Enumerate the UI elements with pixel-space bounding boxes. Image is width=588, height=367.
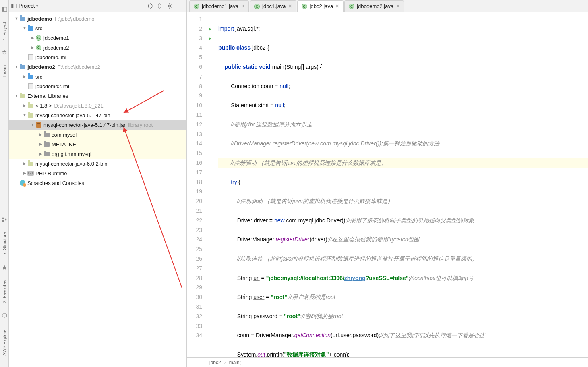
close-icon[interactable]: ✕: [396, 4, 400, 9]
aws-tool-icon[interactable]: [2, 313, 7, 318]
tree-module-jdbcdemo[interactable]: ▼jdbcdemoF:\jdbc\jdbcdemo: [9, 14, 186, 23]
project-tool-icon[interactable]: [2, 6, 7, 12]
code-content[interactable]: import java.sql.*; public class jdbc2 { …: [214, 12, 588, 357]
tree-file-iml2[interactable]: jdbcdemo2.iml: [9, 81, 186, 91]
breadcrumb-class[interactable]: jdbc2: [209, 360, 221, 365]
tree-pkg-metainf[interactable]: ▶META-INF: [9, 139, 186, 149]
gear-icon[interactable]: [166, 3, 173, 9]
tree-lib-mysql5[interactable]: ▼mysql-connector-java-5.1.47-bin: [9, 110, 186, 120]
structure-tool-icon[interactable]: [2, 217, 7, 222]
tab-jdbc1[interactable]: jdbc1.java✕: [250, 0, 296, 12]
close-icon[interactable]: ✕: [335, 4, 339, 9]
left-tool-strip: 1: Project Learn 7: Structure 2: Favorit…: [0, 0, 9, 367]
line-number-gutter: 1234567891011121314151617181920212223242…: [187, 12, 206, 357]
tree-php-runtime[interactable]: ▶PHP Runtime: [9, 168, 186, 178]
project-header-icon: [11, 3, 17, 9]
svg-rect-4: [5, 219, 6, 220]
tree-folder-src[interactable]: ▼src: [9, 23, 186, 33]
favorites-tool-icon[interactable]: [2, 265, 7, 270]
project-tree[interactable]: ▼jdbcdemoF:\jdbc\jdbcdemo ▼src ▶jdbcdemo…: [9, 12, 186, 367]
locate-icon[interactable]: [147, 3, 153, 9]
structure-tool-label[interactable]: 7: Structure: [2, 232, 7, 255]
expand-all-icon[interactable]: [157, 3, 163, 9]
chevron-right-icon: ›: [224, 360, 226, 365]
project-panel-header: Project ▾: [9, 0, 186, 12]
tree-lib-mysql6[interactable]: ▶mysql-connector-java-6.0.2-bin: [9, 159, 186, 168]
svg-rect-6: [12, 4, 13, 8]
code-editor[interactable]: 1234567891011121314151617181920212223242…: [187, 12, 588, 357]
tree-class-jdbcdemo1[interactable]: ▶jdbcdemo1: [9, 33, 186, 43]
close-icon[interactable]: ✕: [288, 4, 292, 9]
svg-point-7: [148, 4, 152, 8]
learn-tool-label[interactable]: Learn: [2, 65, 7, 77]
tree-file-iml[interactable]: jdbcdemo.iml: [9, 52, 186, 62]
tree-scratches[interactable]: Scratches and Consoles: [9, 178, 186, 188]
tab-jdbc2[interactable]: jdbc2.java✕: [297, 0, 344, 12]
close-icon[interactable]: ✕: [241, 4, 244, 9]
tree-pkg-commysql[interactable]: ▶com.mysql: [9, 130, 186, 139]
project-tool-label[interactable]: 1: Project: [2, 22, 7, 40]
gutter-icons: ▶▶: [206, 12, 214, 357]
editor-tabs: jdbcdemo1.java✕ jdbc1.java✕ jdbc2.java✕ …: [187, 0, 588, 12]
run-class-icon[interactable]: ▶: [206, 24, 214, 34]
tree-pkg-orggjtmmmysql[interactable]: ▶org.gjt.mm.mysql: [9, 149, 186, 159]
hide-panel-icon[interactable]: [176, 3, 182, 9]
svg-rect-3: [2, 220, 4, 222]
tree-jdk[interactable]: ▶< 1.8 >D:\Java\jdk1.8.0_221: [9, 101, 186, 110]
svg-rect-2: [2, 218, 4, 219]
favorites-tool-label[interactable]: 2: Favorites: [2, 280, 7, 303]
aws-tool-label[interactable]: AWS Explorer: [2, 328, 7, 356]
svg-rect-1: [2, 7, 3, 12]
tab-jdbcdemo1[interactable]: jdbcdemo1.java✕: [189, 0, 249, 12]
project-view-chevron-icon[interactable]: ▾: [36, 4, 38, 8]
run-main-icon[interactable]: ▶: [206, 34, 214, 44]
tree-jar-mysql5[interactable]: ▼mysql-connector-java-5.1.47-bin.jarlibr…: [9, 120, 186, 130]
tree-module-jdbcdemo2[interactable]: ▼jdbcdemo2F:\jdbc\jdbcdemo2: [9, 62, 186, 72]
svg-point-8: [169, 5, 171, 7]
breadcrumb-method[interactable]: main(): [229, 360, 243, 365]
tree-class-jdbcdemo2[interactable]: ▶jdbcdemo2: [9, 43, 186, 52]
tab-jdbcdemo2[interactable]: jdbcdemo2.java✕: [344, 0, 404, 12]
tree-external-libraries[interactable]: ▼External Libraries: [9, 91, 186, 101]
editor-area: jdbcdemo1.java✕ jdbc1.java✕ jdbc2.java✕ …: [187, 0, 588, 367]
learn-tool-icon[interactable]: [2, 50, 7, 56]
breadcrumb: jdbc2 › main(): [187, 357, 588, 367]
project-header-label: Project: [19, 3, 35, 9]
project-panel: Project ▾ ▼jdbcdemoF:\jdbc\jdbcdemo ▼src…: [9, 0, 187, 367]
tree-folder-src2[interactable]: ▶src: [9, 72, 186, 81]
